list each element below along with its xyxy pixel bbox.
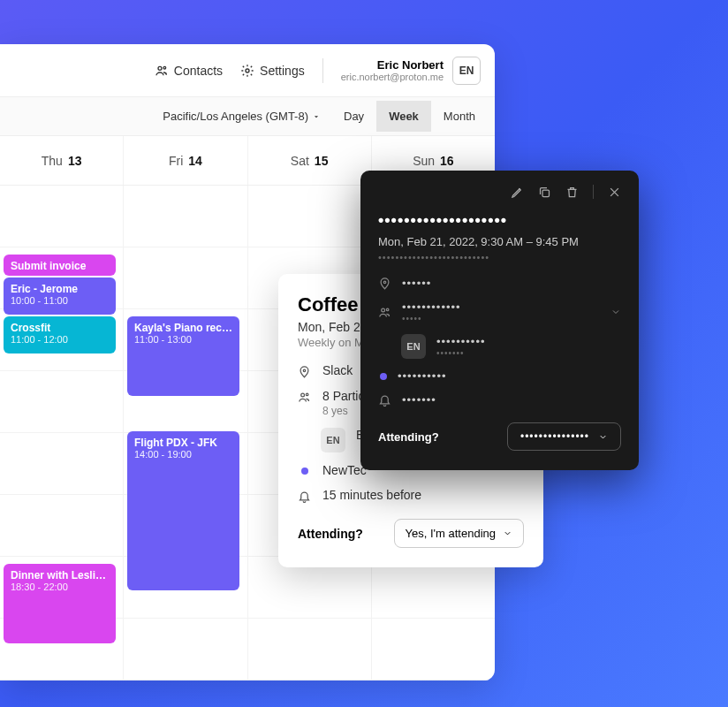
row-location: ••••••: [378, 277, 621, 290]
attending-select[interactable]: Yes, I'm attending: [394, 519, 524, 548]
view-week[interactable]: Week: [376, 101, 431, 132]
row-reminder: •••••••: [378, 393, 621, 407]
svg-point-7: [383, 281, 386, 284]
row-reminder: 15 minutes before: [298, 488, 524, 503]
svg-point-1: [163, 66, 166, 69]
event-title: Eric - Jerome: [11, 283, 109, 295]
divider: [322, 58, 323, 83]
organizer-avatar: EN: [321, 428, 345, 452]
event-title: Kayla's Piano reci...: [134, 322, 232, 334]
calendar-event[interactable]: Eric - Jerome10:00 - 11:00: [4, 277, 116, 315]
attending-label: Attending?: [298, 527, 363, 541]
event-participants-sub-redacted: •••••: [402, 314, 461, 323]
svg-rect-6: [542, 190, 550, 197]
event-time: 11:00 - 12:00: [11, 334, 109, 345]
settings-label: Settings: [260, 64, 305, 78]
event-location: Slack: [322, 363, 353, 377]
participants-icon: [298, 391, 312, 404]
view-day[interactable]: Day: [331, 101, 376, 132]
day-header[interactable]: Fri14: [124, 136, 247, 185]
copy-icon[interactable]: [538, 186, 551, 199]
event-title: Flight PDX - JFK: [134, 437, 232, 449]
chevron-down-icon: [312, 112, 321, 121]
svg-point-5: [306, 393, 308, 396]
svg-point-2: [246, 69, 249, 72]
settings-button[interactable]: Settings: [240, 64, 305, 78]
divider: [593, 185, 594, 199]
attending-value: Yes, I'm attending: [406, 527, 496, 540]
event-time: 10:00 - 11:00: [11, 295, 109, 306]
user-menu[interactable]: Eric Norbert eric.norbert@proton.me EN: [341, 57, 481, 85]
participants-icon: [378, 306, 391, 319]
chevron-down-icon: [598, 432, 608, 442]
day-header[interactable]: Sat15: [248, 136, 372, 185]
event-time: 11:00 - 13:00: [134, 334, 232, 345]
timezone-select[interactable]: Pacific/Los Angeles (GMT-8): [163, 110, 321, 123]
calendar-event[interactable]: Dinner with Leslie...18:30 - 22:00: [4, 564, 116, 643]
row-organizer: EN •••••••••• •••••••: [401, 334, 621, 359]
svg-point-4: [301, 393, 305, 397]
calendar-event[interactable]: Crossfit11:00 - 12:00: [4, 316, 116, 354]
attending-label: Attending?: [378, 430, 439, 444]
topbar: Contacts Settings Eric Norbert eric.norb…: [0, 44, 495, 97]
row-calendar: ••••••••••: [378, 369, 621, 383]
timezone-label: Pacific/Los Angeles (GMT-8): [163, 110, 308, 123]
location-icon: [378, 277, 391, 290]
viewbar: Pacific/Los Angeles (GMT-8) Day Week Mon…: [0, 97, 495, 136]
svg-point-8: [382, 308, 385, 312]
event-time: 14:00 - 19:00: [134, 449, 232, 460]
user-name: Eric Norbert: [341, 58, 444, 72]
event-participants-redacted: ••••••••••••: [402, 300, 461, 314]
attending-value-redacted: •••••••••••••••: [520, 430, 589, 443]
calendar-color-dot: [301, 468, 308, 475]
calendar-color-dot: [380, 373, 387, 380]
edit-icon[interactable]: [511, 186, 524, 199]
event-location-redacted: ••••••: [402, 277, 431, 290]
event-details-popup-dark: •••••••••••••••••••• Mon, Feb 21, 2022, …: [360, 171, 639, 470]
event-title-redacted: ••••••••••••••••••••: [378, 211, 621, 230]
organizer-avatar: EN: [401, 334, 426, 359]
svg-point-9: [386, 308, 389, 311]
calendar-event[interactable]: Kayla's Piano reci...11:00 - 13:00: [127, 316, 239, 396]
event-calendar: NewTec: [322, 463, 367, 477]
row-participants: •••••••••••• •••••: [378, 300, 621, 323]
trash-icon[interactable]: [565, 186, 579, 199]
event-title: Crossfit: [11, 322, 109, 334]
event-organizer-sub-redacted: •••••••: [436, 348, 486, 358]
day-header[interactable]: Thu13: [0, 136, 124, 185]
view-month[interactable]: Month: [431, 101, 488, 132]
svg-point-0: [158, 66, 162, 70]
contacts-button[interactable]: Contacts: [155, 64, 223, 78]
event-title: Submit invoice: [11, 260, 109, 272]
bell-icon: [378, 393, 391, 407]
attending-select[interactable]: •••••••••••••••: [507, 422, 621, 451]
bell-icon: [298, 490, 312, 503]
gear-icon: [240, 64, 254, 78]
svg-point-3: [303, 369, 306, 372]
close-icon[interactable]: [608, 186, 621, 199]
event-calendar-redacted: ••••••••••: [398, 369, 447, 383]
contacts-icon: [155, 64, 169, 78]
event-reminder-redacted: •••••••: [402, 393, 436, 407]
chevron-down-icon: [503, 528, 512, 538]
event-title: Dinner with Leslie...: [11, 569, 109, 582]
event-time: 18:30 - 22:00: [11, 582, 109, 592]
chevron-down-icon[interactable]: [610, 307, 621, 317]
calendar-event[interactable]: Submit invoice: [4, 255, 116, 276]
event-recurrence-redacted: ••••••••••••••••••••••••••: [378, 252, 621, 262]
location-icon: [298, 365, 312, 378]
event-date: Mon, Feb 21, 2022, 9:30 AM – 9:45 PM: [378, 235, 621, 248]
avatar: EN: [452, 57, 481, 85]
contacts-label: Contacts: [174, 64, 223, 78]
calendar-event[interactable]: Flight PDX - JFK14:00 - 19:00: [127, 431, 239, 590]
event-organizer-redacted: ••••••••••: [436, 335, 486, 348]
event-reminder: 15 minutes before: [322, 488, 421, 502]
user-email: eric.norbert@proton.me: [341, 72, 444, 82]
